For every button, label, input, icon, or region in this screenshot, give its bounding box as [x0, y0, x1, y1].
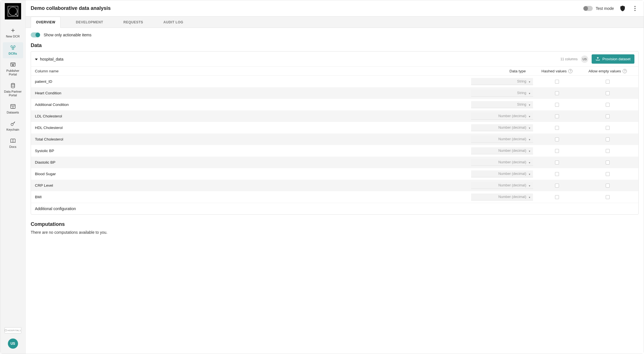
additional-configuration[interactable]: Additional configuration	[31, 203, 638, 214]
tab-development[interactable]: DEVELOPMENT	[71, 17, 108, 28]
hashed-checkbox[interactable]	[555, 161, 559, 164]
nav-docs[interactable]: Docs	[3, 135, 23, 152]
hashed-cell	[533, 195, 581, 199]
nav-label: DCRs	[9, 52, 17, 55]
dataset-expand-toggle[interactable]: hospital_data	[35, 57, 63, 61]
data-type-select[interactable]	[471, 136, 533, 143]
additional-config-label: Additional configuration	[35, 206, 76, 211]
table-icon	[10, 103, 15, 110]
provision-label: Provision dataset	[602, 57, 630, 61]
allow-empty-checkbox[interactable]	[606, 184, 610, 188]
dataset-card-header: hospital_data 11 columns US Provision da…	[31, 52, 638, 66]
toggle-switch[interactable]	[583, 6, 593, 11]
nav-new-dcr[interactable]: New DCR	[3, 25, 23, 41]
nav-publisher-portal[interactable]: Publisher Portal	[3, 59, 23, 79]
allow-empty-checkbox[interactable]	[606, 195, 610, 199]
nav-dcrs[interactable]: DCRs	[3, 42, 23, 58]
org-badge-label: HOSPITAL1	[8, 329, 21, 332]
column-count: 11 columns	[560, 57, 578, 61]
data-type-select[interactable]	[471, 159, 533, 166]
app-logo[interactable]	[5, 3, 21, 19]
data-type-select[interactable]	[471, 113, 533, 120]
dcr-icon	[10, 44, 16, 51]
org-badge[interactable]: HOSPITAL1	[5, 327, 21, 333]
allow-empty-checkbox[interactable]	[606, 80, 610, 84]
allow-empty-checkbox[interactable]	[606, 91, 610, 95]
column-name-cell: Systolic BP	[35, 149, 471, 153]
hashed-checkbox[interactable]	[555, 195, 559, 199]
tab-audit-log[interactable]: AUDIT LOG	[158, 17, 188, 28]
tab-overview[interactable]: OVERVIEW	[31, 17, 61, 28]
hashed-checkbox[interactable]	[555, 172, 559, 176]
data-type-cell: ▾	[471, 124, 533, 131]
tab-requests[interactable]: REQUESTS	[118, 17, 148, 28]
hashed-checkbox[interactable]	[555, 80, 559, 84]
hashed-checkbox[interactable]	[555, 126, 559, 130]
data-type-select[interactable]	[471, 193, 533, 201]
table-header-row: Column name Data type Hashed values ? Al…	[31, 66, 638, 76]
svg-point-13	[11, 83, 15, 84]
hashed-checkbox[interactable]	[555, 114, 559, 118]
tab-label: REQUESTS	[123, 20, 143, 24]
nav-keychain[interactable]: Keychain	[3, 118, 23, 134]
hashed-cell	[533, 172, 581, 176]
allow-empty-checkbox[interactable]	[606, 161, 610, 164]
plus-icon	[11, 27, 15, 34]
hashed-checkbox[interactable]	[555, 184, 559, 188]
table-row: Additional Condition▾	[31, 99, 638, 110]
data-type-select[interactable]	[471, 90, 533, 97]
allow-empty-checkbox[interactable]	[606, 149, 610, 153]
user-avatar[interactable]: US	[8, 339, 18, 349]
hashed-checkbox[interactable]	[555, 91, 559, 95]
hashed-checkbox[interactable]	[555, 149, 559, 153]
data-type-select[interactable]	[471, 101, 533, 108]
svg-line-2	[15, 14, 18, 16]
data-type-select[interactable]	[471, 170, 533, 177]
owner-chip[interactable]: US	[581, 55, 588, 63]
allow-empty-cell	[581, 126, 634, 130]
svg-line-18	[13, 122, 15, 124]
data-type-select[interactable]	[471, 147, 533, 154]
empty-label: Allow empty values	[589, 69, 621, 73]
help-icon[interactable]: ?	[568, 69, 572, 73]
hashed-cell	[533, 80, 581, 84]
tab-label: DEVELOPMENT	[76, 20, 103, 24]
nav-data-partner-portal[interactable]: Data Partner Portal	[3, 80, 23, 100]
allow-empty-checkbox[interactable]	[606, 137, 610, 141]
data-type-select[interactable]	[471, 182, 533, 189]
computations-empty-text: There are no computations available to y…	[31, 230, 639, 235]
allow-empty-cell	[581, 149, 634, 153]
hashed-cell	[533, 103, 581, 107]
nav-label: Docs	[9, 145, 16, 149]
main: Demo collaborative data analysis Test mo…	[26, 0, 644, 354]
test-mode-toggle[interactable]: Test mode	[583, 6, 614, 11]
data-type-select[interactable]	[471, 78, 533, 85]
hashed-cell	[533, 114, 581, 118]
allow-empty-cell	[581, 103, 634, 107]
hashed-checkbox[interactable]	[555, 137, 559, 141]
table-row: HDL Cholesterol▾	[31, 122, 638, 133]
privacy-shield-button[interactable]	[619, 5, 626, 12]
portal-icon	[10, 62, 15, 68]
data-type-select[interactable]	[471, 124, 533, 131]
more-menu-button[interactable]	[631, 5, 639, 12]
provision-dataset-button[interactable]: Provision dataset	[592, 54, 634, 64]
hashed-checkbox[interactable]	[555, 103, 559, 107]
nav-label: Keychain	[6, 128, 19, 132]
table-row: Diastolic BP▾	[31, 157, 638, 168]
nav-datasets[interactable]: Datasets	[3, 101, 23, 117]
column-name-cell: Additional Condition	[35, 103, 471, 107]
allow-empty-checkbox[interactable]	[606, 172, 610, 176]
col-header-hashed: Hashed values ?	[533, 69, 581, 73]
allow-empty-checkbox[interactable]	[606, 114, 610, 118]
data-type-cell: ▾	[471, 147, 533, 154]
help-icon[interactable]: ?	[623, 69, 627, 73]
svg-point-24	[634, 10, 635, 11]
allow-empty-checkbox[interactable]	[606, 103, 610, 107]
dataset-card: hospital_data 11 columns US Provision da…	[31, 51, 639, 215]
actionable-toggle[interactable]	[31, 32, 40, 37]
allow-empty-cell	[581, 80, 634, 84]
allow-empty-cell	[581, 172, 634, 176]
allow-empty-checkbox[interactable]	[606, 126, 610, 130]
content: Show only actionable items Data hospital…	[26, 28, 644, 354]
